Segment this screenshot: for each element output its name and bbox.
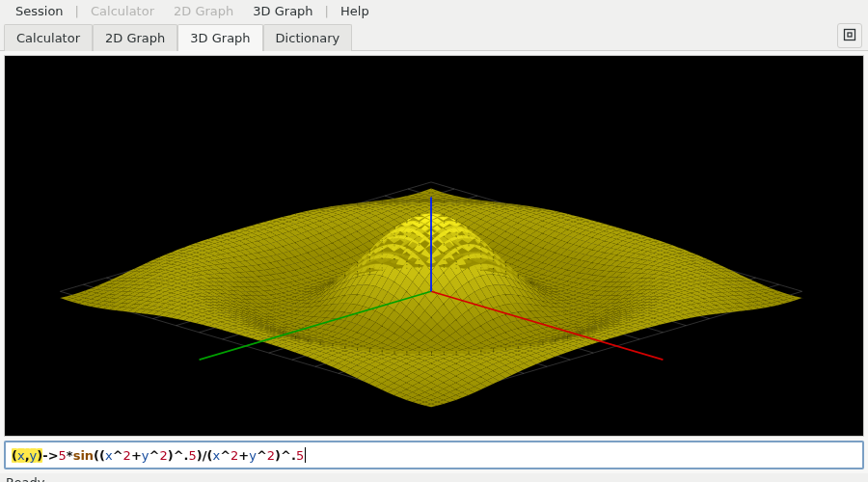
formula-input[interactable]: (x,y)->5*sin((x^2+y^2)^.5)/(x^2+y^2)^.5 xyxy=(4,441,864,469)
menu-session[interactable]: Session xyxy=(6,0,73,22)
menu-help[interactable]: Help xyxy=(331,0,379,22)
menu-sep: | xyxy=(323,4,331,18)
tab-calculator[interactable]: Calculator xyxy=(4,24,93,51)
tab-dictionary[interactable]: Dictionary xyxy=(263,24,353,51)
menu-calculator: Calculator xyxy=(81,0,164,22)
menu-3d-graph[interactable]: 3D Graph xyxy=(243,0,322,22)
svg-rect-1 xyxy=(848,33,852,37)
tab-2d-graph[interactable]: 2D Graph xyxy=(93,24,177,51)
tabs: Calculator 2D Graph 3D Graph Dictionary xyxy=(4,23,352,50)
3d-viewport[interactable] xyxy=(4,55,864,437)
tab-bar: Calculator 2D Graph 3D Graph Dictionary xyxy=(0,22,868,51)
menu-2d-graph: 2D Graph xyxy=(164,0,243,22)
status-bar: Ready xyxy=(0,473,868,482)
svg-rect-0 xyxy=(845,29,855,40)
content-pane: (x,y)->5*sin((x^2+y^2)^.5)/(x^2+y^2)^.5 xyxy=(0,51,868,473)
menubar: Session | Calculator 2D Graph 3D Graph |… xyxy=(0,0,868,22)
text-caret xyxy=(305,447,306,463)
tab-3d-graph[interactable]: 3D Graph xyxy=(177,24,262,51)
fullscreen-restore-icon xyxy=(843,28,856,44)
menu-sep: | xyxy=(73,4,81,18)
app-window: Session | Calculator 2D Graph 3D Graph |… xyxy=(0,0,868,482)
fullscreen-button[interactable] xyxy=(837,23,862,48)
